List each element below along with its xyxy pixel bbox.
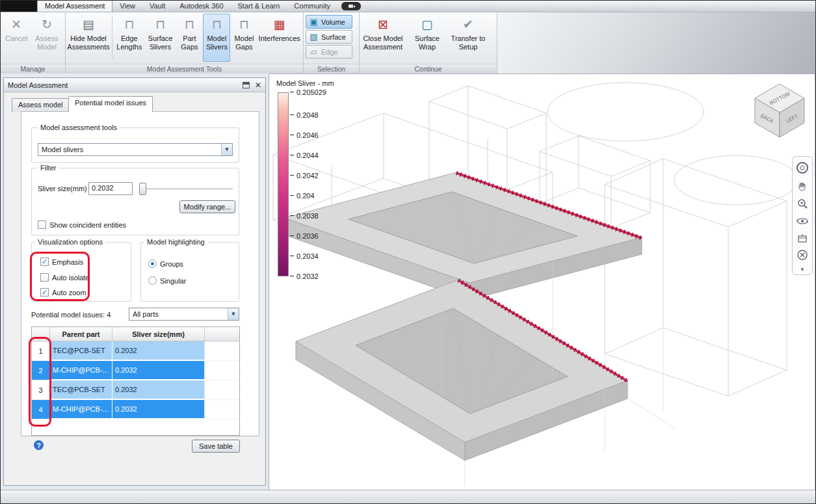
ribbon-tab-vault[interactable]: Vault	[142, 1, 172, 12]
sliver-size-input[interactable]: 0.2032	[88, 182, 133, 195]
model-slivers-button[interactable]: ⊓ Model Slivers	[203, 14, 230, 62]
panel-titlebar[interactable]: Model Assessment ✕	[4, 78, 265, 92]
legend-tick: 0.204	[290, 191, 315, 200]
auto-isolate-checkbox[interactable]	[40, 273, 49, 282]
edge-lengths-button[interactable]: ⊓ Edge Lengths	[115, 14, 144, 62]
checkmark-icon: ✔	[460, 16, 477, 33]
selection-surface-button[interactable]: ▨ Surface	[306, 30, 352, 44]
ribbon-group-selection: ▣ Volume ▨ Surface ▱ Edge Selection	[304, 12, 360, 73]
ribbon-tab-start-learn[interactable]: Start & Learn	[231, 1, 287, 12]
ribbon-tab-bar: Model Assessment View Vault Autodesk 360…	[1, 1, 815, 12]
ribbon-tab-view[interactable]: View	[112, 1, 142, 12]
selection-volume-button[interactable]: ▣ Volume	[306, 15, 352, 29]
singular-label: Singular	[160, 277, 186, 285]
ribbon-tab-model-assessment[interactable]: Model Assessment	[37, 1, 112, 12]
navbar-chevron-icon[interactable]: ▾	[801, 267, 804, 272]
model-gaps-button[interactable]: ⊓ Model Gaps	[231, 14, 256, 62]
auto-zoom-label: Auto zoom	[52, 289, 86, 297]
show-coincident-checkbox[interactable]	[38, 220, 46, 229]
media-panel-button[interactable]	[341, 2, 361, 10]
legend-tick: 0.2044	[290, 151, 319, 159]
document-icon: ▤	[80, 16, 97, 33]
zoom-icon[interactable]	[796, 198, 808, 209]
ribbon-tab-community[interactable]: Community	[287, 1, 337, 12]
steering-wheel-icon[interactable]	[796, 161, 809, 174]
close-icon[interactable]: ✕	[255, 81, 261, 90]
tab-potential-model-issues[interactable]: Potential model issues	[68, 96, 153, 112]
help-button[interactable]: ?	[34, 440, 44, 450]
table-row[interactable]: 2 M-CHIP@PCB-... 0.2032	[32, 361, 239, 380]
legend-tick: 0.2042	[290, 171, 319, 179]
groupbox-label: Filter	[38, 164, 59, 172]
volume-cube-icon: ▣	[309, 17, 319, 27]
sliver-size-slider-thumb[interactable]	[139, 183, 146, 195]
assessment-tool-dropdown[interactable]: Model slivers ▼	[38, 143, 233, 156]
surface-wrap-button[interactable]: ▢ Surface Wrap	[406, 14, 449, 62]
ribbon: ✕ Cancel ↻ Assess Model Manage ▤ Hide Mo…	[1, 12, 815, 73]
model-assessment-panel: Model Assessment ✕ Assess model Potentia…	[3, 77, 266, 486]
table-row[interactable]: 3 TEC@PCB-SET 0.2032	[32, 380, 239, 400]
edge-icon: ▱	[309, 47, 319, 57]
transfer-to-setup-button[interactable]: ✔ Transfer to Setup	[450, 14, 486, 62]
ribbon-divider	[112, 16, 112, 59]
table-row[interactable]: 4 M-CHIP@PCB-... 0.2032	[32, 400, 239, 419]
ribbon-tab-autodesk-360[interactable]: Autodesk 360	[172, 1, 230, 12]
sliver-size-label: Sliver size(mm)	[38, 185, 87, 192]
pan-hand-icon[interactable]	[796, 180, 808, 192]
modify-range-button[interactable]: Modify range...	[179, 200, 235, 213]
close-circle-icon[interactable]	[796, 249, 808, 261]
legend-tick: 0.2038	[290, 211, 319, 220]
application-menu-corner[interactable]	[1, 1, 37, 12]
parts-filter-dropdown[interactable]: All parts ▼	[129, 308, 239, 321]
view-cube[interactable]: BOTTOM BACK LEFT	[747, 79, 812, 146]
look-box-icon[interactable]	[796, 233, 808, 243]
lower-plate	[296, 280, 627, 460]
surface-slivers-button[interactable]: ⊓ Surface Slivers	[145, 14, 176, 62]
float-window-icon[interactable]	[243, 82, 250, 88]
groupbox-label: Model assessment tools	[38, 124, 120, 131]
emphasis-checkbox[interactable]: ✓	[40, 258, 49, 266]
show-coincident-label: Show coincident entities	[49, 221, 126, 229]
legend-tick: 0.2034	[290, 252, 319, 260]
table-row[interactable]: 1 TEC@PCB-SET 0.2032	[32, 341, 239, 361]
auto-zoom-checkbox[interactable]: ✓	[40, 288, 49, 297]
viewport-3d[interactable]: Model Sliver - mm 0.205029 0.2048 0.2046…	[269, 73, 815, 490]
interferences-icon: ▦	[271, 16, 288, 33]
model-gaps-icon: ⊓	[235, 16, 252, 33]
interferences-button[interactable]: ▦ Interferences	[257, 14, 301, 62]
cancel-button[interactable]: ✕ Cancel	[3, 14, 30, 62]
ribbon-group-continue: ⊠ Close Model Assessment ▢ Surface Wrap …	[360, 12, 497, 73]
legend-tick: 0.2032	[290, 272, 319, 280]
assess-model-button[interactable]: ↻ Assess Model	[31, 14, 62, 62]
group-label-selection: Selection	[304, 64, 359, 73]
sliver-size-slider-track[interactable]	[142, 189, 233, 190]
status-bar	[1, 490, 815, 503]
singular-radio[interactable]	[148, 276, 157, 285]
table-header: Parent part Sliver size(mm)	[32, 327, 239, 341]
model-slivers-icon: ⊓	[208, 16, 225, 33]
close-model-assessment-button[interactable]: ⊠ Close Model Assessment	[362, 14, 404, 62]
legend-tick: 0.2046	[290, 131, 319, 139]
close-window-icon: ⊠	[375, 16, 391, 33]
orbit-icon[interactable]	[796, 215, 809, 227]
groupbox-label: Visualization options	[35, 238, 105, 246]
header-parent-part[interactable]: Parent part	[50, 327, 112, 341]
groups-radio[interactable]	[148, 259, 157, 268]
model-3d-scene[interactable]	[269, 74, 815, 490]
groups-label: Groups	[160, 260, 183, 268]
header-sliver-size[interactable]: Sliver size(mm)	[112, 327, 205, 341]
ribbon-group-model-assessment-tools: ▤ Hide Model Assessments ⊓ Edge Lengths …	[66, 12, 304, 73]
part-gaps-icon: ⊓	[181, 16, 198, 33]
group-label-model-assessment-tools: Model Assessment Tools	[66, 64, 303, 73]
surface-wrap-icon: ▢	[419, 16, 436, 33]
groupbox-model-highlighting	[140, 242, 239, 302]
edge-lengths-icon: ⊓	[121, 16, 138, 33]
surface-slivers-icon: ⊓	[152, 16, 169, 33]
part-gaps-button[interactable]: ⊓ Part Gaps	[177, 14, 202, 62]
camera-icon	[349, 5, 353, 8]
tab-assess-model[interactable]: Assess model	[12, 98, 69, 112]
groupbox-label: Model highlighting	[144, 238, 207, 246]
hide-model-assessments-button[interactable]: ▤ Hide Model Assessments	[68, 14, 109, 62]
save-table-button[interactable]: Save table	[192, 440, 240, 453]
selection-edge-button[interactable]: ▱ Edge	[306, 45, 352, 59]
